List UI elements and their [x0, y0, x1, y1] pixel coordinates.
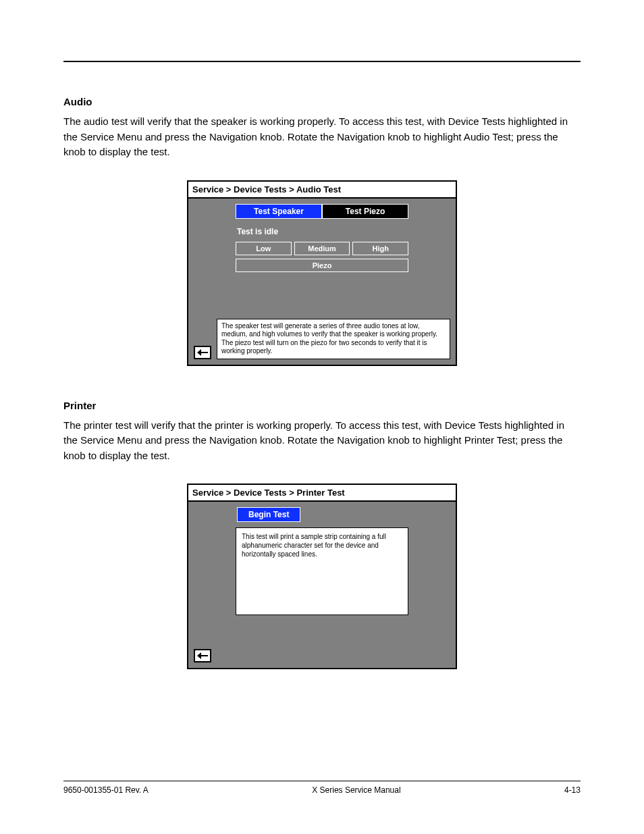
- printer-heading: Printer: [63, 400, 581, 411]
- audio-status: Test is idle: [236, 227, 408, 236]
- audio-heading: Audio: [63, 96, 581, 107]
- top-rule: [63, 61, 581, 62]
- test-piezo-tab[interactable]: Test Piezo: [322, 204, 408, 219]
- audio-body-text: The audio test will verify that the spea…: [63, 114, 581, 160]
- page-footer: 9650-001355-01 Rev. A X Series Service M…: [63, 781, 581, 795]
- printer-body-text: The printer test will verify that the pr…: [63, 418, 581, 464]
- volume-medium-button[interactable]: Medium: [294, 242, 350, 255]
- piezo-button[interactable]: Piezo: [236, 259, 408, 272]
- back-button[interactable]: [194, 346, 211, 359]
- volume-row: Low Medium High: [236, 242, 408, 255]
- volume-low-button[interactable]: Low: [236, 242, 292, 255]
- audio-breadcrumb: Service > Device Tests > Audio Test: [188, 182, 456, 199]
- audio-tab-row: Test Speaker Test Piezo: [236, 204, 408, 219]
- footer-page: 4-13: [564, 785, 581, 795]
- printer-breadcrumb: Service > Device Tests > Printer Test: [188, 485, 456, 502]
- back-button[interactable]: [194, 649, 211, 662]
- footer-rev: 9650-001355-01 Rev. A: [63, 785, 149, 795]
- footer-rule: [63, 781, 581, 781]
- test-speaker-tab[interactable]: Test Speaker: [236, 204, 322, 219]
- arrow-left-icon: [197, 652, 208, 659]
- footer-product: X Series Service Manual: [312, 785, 400, 795]
- volume-high-button[interactable]: High: [352, 242, 408, 255]
- printer-info-text: This test will print a sample strip cont…: [236, 527, 408, 615]
- audio-test-screenshot: Service > Device Tests > Audio Test Test…: [187, 180, 457, 366]
- begin-test-button[interactable]: Begin Test: [237, 507, 300, 522]
- arrow-left-icon: [197, 349, 208, 356]
- audio-info-text: The speaker test will generate a series …: [217, 319, 450, 359]
- printer-test-screenshot: Service > Device Tests > Printer Test Be…: [187, 484, 457, 669]
